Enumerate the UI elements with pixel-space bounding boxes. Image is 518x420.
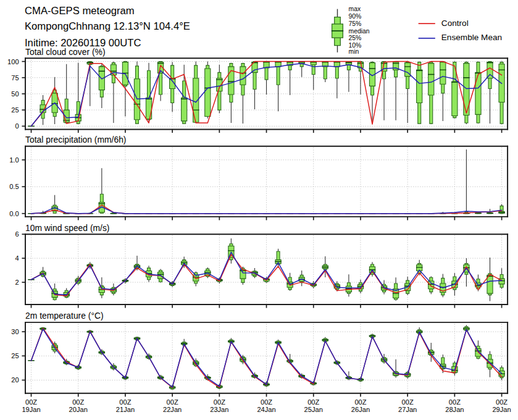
svg-text:00Z: 00Z [307, 398, 319, 406]
svg-text:00Z: 00Z [402, 398, 414, 406]
svg-text:00Z: 00Z [25, 398, 37, 406]
svg-text:0: 0 [15, 122, 19, 130]
svg-text:23Jan: 23Jan [210, 406, 228, 413]
svg-text:19Jan: 19Jan [22, 406, 40, 413]
svg-text:00Z: 00Z [119, 398, 131, 406]
svg-text:25: 25 [11, 352, 19, 359]
svg-text:Initime: 20260119 00UTC: Initime: 20260119 00UTC [25, 37, 141, 49]
svg-text:25%: 25% [349, 35, 362, 41]
svg-text:75: 75 [11, 74, 19, 82]
svg-text:26Jan: 26Jan [351, 406, 370, 413]
svg-text:6: 6 [15, 230, 19, 238]
svg-text:Control: Control [441, 19, 469, 28]
svg-text:30: 30 [11, 328, 19, 335]
svg-text:Ensemble Mean: Ensemble Mean [441, 33, 502, 42]
svg-text:75%: 75% [349, 20, 362, 27]
svg-text:10%: 10% [349, 42, 362, 49]
svg-text:90%: 90% [349, 13, 362, 20]
svg-text:00Z: 00Z [496, 398, 508, 406]
svg-text:00Z: 00Z [261, 398, 272, 406]
svg-text:2: 2 [15, 279, 19, 286]
svg-text:27Jan: 27Jan [398, 406, 417, 413]
svg-text:10m wind speed (m/s): 10m wind speed (m/s) [25, 223, 110, 233]
svg-text:median: median [349, 28, 370, 35]
svg-text:4: 4 [15, 254, 19, 262]
svg-text:00Z: 00Z [72, 398, 84, 406]
svg-text:max: max [349, 6, 361, 12]
svg-text:22Jan: 22Jan [163, 406, 182, 413]
svg-text:20: 20 [11, 376, 19, 384]
svg-text:100: 100 [7, 58, 19, 65]
svg-text:00Z: 00Z [167, 398, 178, 406]
svg-text:25: 25 [11, 106, 19, 114]
svg-text:28Jan: 28Jan [445, 406, 464, 413]
svg-text:KompongChhnang 12.13°N 104.4°E: KompongChhnang 12.13°N 104.4°E [25, 21, 190, 33]
svg-text:2m temperature (°C): 2m temperature (°C) [25, 311, 104, 321]
svg-text:21Jan: 21Jan [116, 406, 135, 413]
svg-text:1.0: 1.0 [9, 156, 19, 164]
svg-text:0.0: 0.0 [9, 210, 19, 217]
svg-text:00Z: 00Z [214, 398, 225, 406]
svg-text:min: min [349, 48, 359, 55]
svg-text:50: 50 [11, 90, 19, 98]
svg-text:24Jan: 24Jan [257, 406, 275, 413]
svg-text:25Jan: 25Jan [304, 406, 323, 413]
svg-text:00Z: 00Z [354, 398, 366, 406]
svg-text:CMA-GEPS meteogram: CMA-GEPS meteogram [25, 5, 135, 17]
svg-text:0.5: 0.5 [9, 183, 19, 190]
svg-text:Total precipitation (mm/6h): Total precipitation (mm/6h) [25, 135, 126, 145]
svg-text:29Jan: 29Jan [492, 406, 511, 413]
svg-text:00Z: 00Z [449, 398, 461, 406]
svg-text:20Jan: 20Jan [69, 406, 88, 413]
